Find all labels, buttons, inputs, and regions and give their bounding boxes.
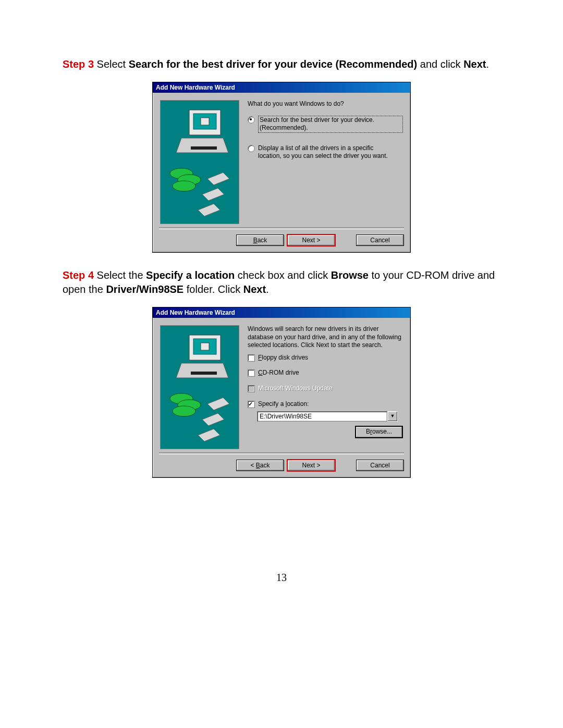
radio-display-list[interactable]: Display a list of all the drivers in a s… [248, 144, 403, 161]
radio-search-label: Search for the best driver for your devi… [258, 116, 403, 133]
radio-search-best-driver[interactable]: Search for the best driver for your devi… [248, 116, 403, 133]
checkbox-cdrom[interactable]: CD-ROM drive [248, 369, 403, 377]
next-button[interactable]: Next > [287, 460, 335, 471]
checkbox-specify-location[interactable]: Specify a location: [248, 400, 403, 409]
svg-rect-15 [201, 343, 209, 350]
svg-marker-4 [176, 138, 228, 153]
dialog2-buttons: < Back Next > Cancel [153, 454, 410, 477]
location-path-input[interactable]: E:\Driver\Win98SE [257, 411, 387, 422]
back-button[interactable]: < Back [236, 460, 284, 471]
cancel-button[interactable]: Cancel [356, 235, 404, 246]
page-number: 13 [63, 572, 500, 584]
dialog1-content: What do you want Windows to do? Search f… [239, 100, 403, 224]
svg-rect-3 [201, 118, 209, 125]
radio-display-label: Display a list of all the drivers in a s… [258, 144, 403, 161]
location-dropdown[interactable]: E:\Driver\Win98SE ▼ [257, 411, 398, 422]
document-page: Step 3 Select Search for the best driver… [0, 0, 563, 604]
step3-label: Step 3 [63, 58, 94, 70]
radio-icon [248, 145, 255, 152]
dialog1-titlebar: Add New Hardware Wizard [153, 82, 410, 93]
svg-marker-16 [176, 363, 228, 378]
checkbox-floppy[interactable]: Floppy disk drives [248, 354, 403, 362]
dialog2-content: Windows will search for new drivers in i… [239, 325, 403, 449]
svg-rect-5 [191, 146, 217, 150]
wizard-illustration-1 [160, 100, 239, 224]
svg-point-8 [173, 181, 195, 191]
next-button[interactable]: Next > [287, 235, 335, 246]
svg-point-20 [173, 406, 195, 416]
step4-paragraph: Step 4 Select the Specify a location che… [63, 268, 500, 297]
wizard-illustration-2 [160, 325, 239, 449]
dialog1-wrap: Add New Hardware Wizard [63, 82, 500, 253]
checkbox-icon [248, 369, 255, 377]
checkbox-ms-update: Microsoft Windows Update [248, 385, 403, 393]
dialog2-intro: Windows will search for new drivers in i… [248, 325, 403, 350]
dialog2-titlebar: Add New Hardware Wizard [153, 307, 410, 318]
radio-icon [248, 116, 255, 124]
back-button[interactable]: Back [236, 235, 284, 246]
checkbox-icon [248, 385, 255, 392]
step3-paragraph: Step 3 Select Search for the best driver… [63, 57, 500, 71]
step4-label: Step 4 [63, 269, 94, 281]
dialog1-buttons: Back Next > Cancel [153, 229, 410, 252]
dialog2-wrap: Add New Hardware Wizard [63, 307, 500, 478]
dialog1-prompt: What do you want Windows to do? [248, 100, 403, 108]
dropdown-arrow-icon[interactable]: ▼ [387, 411, 398, 422]
checkbox-icon [248, 354, 255, 362]
cancel-button[interactable]: Cancel [356, 460, 404, 471]
add-hardware-wizard-dialog-2: Add New Hardware Wizard [152, 307, 411, 478]
svg-rect-17 [191, 372, 217, 375]
browse-button[interactable]: Browse... [355, 426, 403, 438]
checkbox-icon [248, 401, 255, 408]
add-hardware-wizard-dialog-1: Add New Hardware Wizard [152, 82, 411, 253]
